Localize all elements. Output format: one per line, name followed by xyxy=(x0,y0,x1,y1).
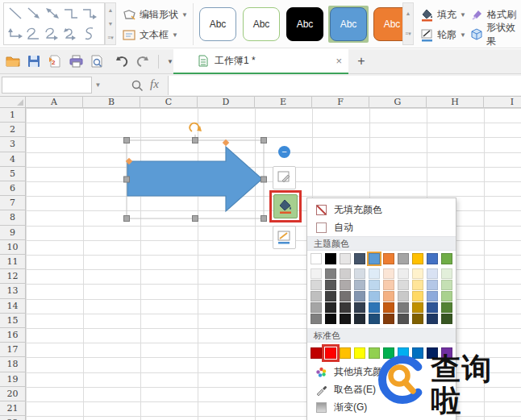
variant-color-swatch[interactable] xyxy=(311,280,322,290)
variant-color-swatch[interactable] xyxy=(340,302,351,313)
open-folder-icon[interactable] xyxy=(5,53,21,69)
variant-color-swatch[interactable] xyxy=(340,314,351,324)
column-header-G[interactable]: G xyxy=(369,97,427,108)
selected-arrow-shape[interactable] xyxy=(113,121,274,230)
variant-color-swatch[interactable] xyxy=(325,280,336,290)
shape-outline-float-button[interactable] xyxy=(273,226,296,249)
variant-color-swatch[interactable] xyxy=(427,302,438,313)
line-icon[interactable] xyxy=(6,4,24,23)
variant-color-swatch[interactable] xyxy=(427,280,438,290)
row-header-19[interactable]: 19 xyxy=(0,372,26,387)
row-header-1[interactable]: 1 xyxy=(0,108,26,123)
variant-color-swatch[interactable] xyxy=(412,291,423,301)
variant-color-swatch[interactable] xyxy=(340,280,351,290)
row-header-11[interactable]: 11 xyxy=(0,255,26,269)
variant-color-swatch[interactable] xyxy=(441,291,452,301)
row-header-18[interactable]: 18 xyxy=(0,357,26,372)
column-header-A[interactable]: A xyxy=(26,97,83,108)
variant-color-swatch[interactable] xyxy=(398,291,409,301)
variant-color-swatch[interactable] xyxy=(325,314,336,324)
style-scroll-up-icon[interactable]: ▲ xyxy=(403,3,413,24)
variant-color-swatch[interactable] xyxy=(369,268,380,279)
row-header-7[interactable]: 7 xyxy=(0,196,26,210)
shape-style-float-button[interactable] xyxy=(273,166,296,189)
variant-color-swatch[interactable] xyxy=(383,280,394,290)
variant-color-swatch[interactable] xyxy=(354,280,365,290)
theme-color-swatch[interactable] xyxy=(369,253,380,264)
shape-effects-button[interactable]: 形状效果 xyxy=(470,25,521,44)
curved-arrow-connector-icon[interactable] xyxy=(43,24,61,44)
gallery-scroll-down-icon[interactable]: ▼ xyxy=(106,17,115,31)
variant-color-swatch[interactable] xyxy=(441,302,452,313)
variant-color-swatch[interactable] xyxy=(398,302,409,313)
shape-fill-button[interactable]: 填充 ▼ xyxy=(420,5,466,24)
theme-color-swatch[interactable] xyxy=(441,253,452,264)
variant-color-swatch[interactable] xyxy=(311,302,322,313)
name-box-dropdown-icon[interactable]: ▼ xyxy=(93,77,103,94)
theme-color-swatch[interactable] xyxy=(427,253,438,264)
right-arrow-shape[interactable] xyxy=(127,147,262,211)
name-box-input[interactable] xyxy=(2,77,92,94)
variant-color-swatch[interactable] xyxy=(354,268,365,279)
variant-color-swatch[interactable] xyxy=(412,314,423,324)
elbow-double-arrow-connector-icon[interactable] xyxy=(6,24,24,44)
standard-color-swatch[interactable] xyxy=(311,347,322,359)
row-header-10[interactable]: 10 xyxy=(0,240,26,255)
variant-color-swatch[interactable] xyxy=(427,314,438,324)
freeform-curve-icon[interactable] xyxy=(80,24,98,44)
variant-color-swatch[interactable] xyxy=(383,314,394,324)
redo-icon[interactable] xyxy=(135,53,151,69)
column-header-H[interactable]: H xyxy=(427,97,484,108)
search-icon[interactable] xyxy=(129,77,145,94)
column-header-D[interactable]: D xyxy=(198,97,255,108)
theme-color-swatch[interactable] xyxy=(340,253,351,264)
variant-color-swatch[interactable] xyxy=(311,268,322,279)
collapse-toolbar-button[interactable]: − xyxy=(278,146,290,158)
variant-color-swatch[interactable] xyxy=(383,268,394,279)
connector-shape-gallery[interactable] xyxy=(3,2,105,45)
theme-color-swatch[interactable] xyxy=(354,253,365,264)
arrow-line-icon[interactable] xyxy=(24,4,43,23)
variant-color-swatch[interactable] xyxy=(369,291,380,301)
theme-color-swatch[interactable] xyxy=(398,253,409,264)
variant-color-swatch[interactable] xyxy=(354,302,365,313)
text-box-button[interactable]: 文本框 ▼ xyxy=(123,25,178,44)
variant-color-swatch[interactable] xyxy=(441,280,452,290)
variant-color-swatch[interactable] xyxy=(398,280,409,290)
column-header-F[interactable]: F xyxy=(312,97,369,108)
tab-close-icon[interactable]: × xyxy=(336,55,342,67)
shape-outline-button[interactable]: 轮廓 ▼ xyxy=(420,25,466,44)
variant-color-swatch[interactable] xyxy=(427,291,438,301)
curved-connector-icon[interactable] xyxy=(24,24,43,44)
variant-color-swatch[interactable] xyxy=(383,302,394,313)
curved-double-arrow-connector-icon[interactable] xyxy=(61,24,80,44)
variant-color-swatch[interactable] xyxy=(325,268,336,279)
style-preset-3[interactable]: Abc xyxy=(285,6,325,43)
style-preset-button[interactable]: Abc xyxy=(286,7,323,41)
save-icon[interactable] xyxy=(26,53,42,69)
variant-color-swatch[interactable] xyxy=(412,302,423,313)
style-preset-1[interactable]: Abc xyxy=(198,6,238,43)
column-header-B[interactable]: B xyxy=(83,97,140,108)
style-preset-2[interactable]: Abc xyxy=(241,6,281,43)
variant-color-swatch[interactable] xyxy=(354,291,365,301)
print-preview-icon[interactable] xyxy=(89,53,105,69)
elbow-connector-icon[interactable] xyxy=(61,4,80,23)
variant-color-swatch[interactable] xyxy=(383,291,394,301)
row-header-14[interactable]: 14 xyxy=(0,299,26,314)
print-icon[interactable] xyxy=(68,53,84,69)
double-arrow-line-icon[interactable] xyxy=(43,4,61,23)
undo-icon[interactable] xyxy=(114,53,130,69)
variant-color-swatch[interactable] xyxy=(398,314,409,324)
variant-color-swatch[interactable] xyxy=(325,291,336,301)
standard-color-swatch[interactable] xyxy=(354,347,365,359)
document-tab[interactable]: 工作簿1 * × xyxy=(173,49,348,74)
style-preset-button[interactable]: Abc xyxy=(199,7,236,41)
variant-color-swatch[interactable] xyxy=(369,280,380,290)
variant-color-swatch[interactable] xyxy=(441,314,452,324)
formula-input[interactable] xyxy=(168,76,521,95)
variant-color-swatch[interactable] xyxy=(441,268,452,279)
menu-item-no-fill[interactable]: 无填充颜色 xyxy=(307,201,456,218)
variant-color-swatch[interactable] xyxy=(398,268,409,279)
fx-icon[interactable]: fx xyxy=(150,77,159,91)
